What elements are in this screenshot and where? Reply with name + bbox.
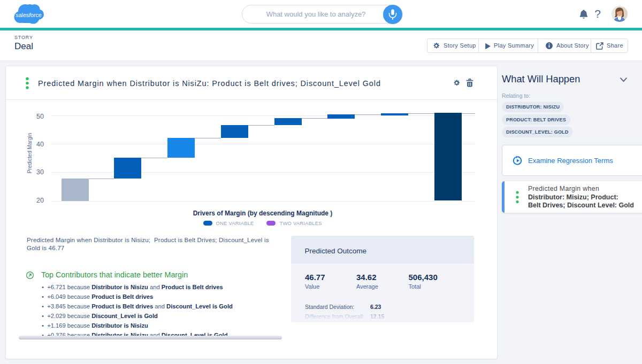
svg-text:salesforce: salesforce — [16, 12, 41, 18]
